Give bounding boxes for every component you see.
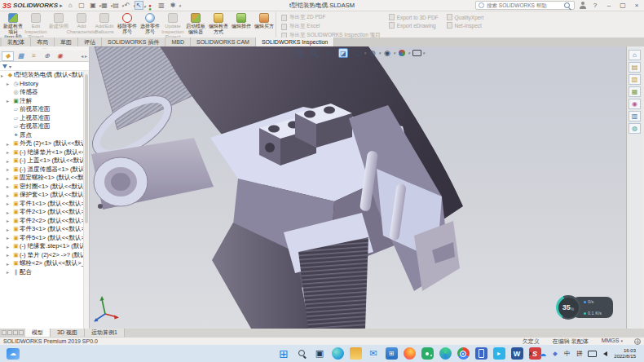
tree-item[interactable]: History — [0, 80, 89, 89]
heads-up-icon[interactable] — [368, 48, 377, 58]
panel-tab-icon[interactable] — [15, 51, 27, 61]
tree-item[interactable]: 螺栓<2> (默认<<默认>_显示状态 — [0, 259, 89, 268]
ribbon-button[interactable]: 编辑买方 — [253, 12, 276, 38]
3d-model[interactable] — [90, 46, 626, 329]
quick-access-icon[interactable] — [66, 1, 75, 10]
expand-arrow-icon[interactable] — [7, 158, 12, 164]
panel-tab-scroll-arrows[interactable]: ◂ ▸ — [81, 53, 87, 59]
tree-item[interactable]: 上视基准面 — [0, 114, 89, 123]
ribbon-button[interactable]: 编辑检查方式 — [207, 12, 230, 38]
graphics-viewport[interactable]: 0/s 0.1 K/s 35 % — [90, 46, 626, 329]
panel-scrollbar[interactable] — [83, 71, 89, 329]
search-input[interactable] — [487, 2, 561, 8]
status-item[interactable]: MMGS▾ — [602, 338, 623, 346]
export-button[interactable]: 导出至 2D PDF — [281, 14, 381, 21]
expand-arrow-icon[interactable] — [7, 98, 12, 104]
nav-square[interactable] — [13, 330, 18, 335]
taskbar-app-icon[interactable] — [386, 347, 398, 360]
panel-tab-icon[interactable] — [54, 51, 66, 61]
ribbon-button[interactable]: 编辑操作 — [230, 12, 253, 38]
heads-up-icon[interactable] — [324, 48, 333, 58]
view-tab-nav[interactable] — [0, 329, 25, 337]
tray-icon[interactable]: 拼 — [576, 350, 583, 358]
tree-item[interactable]: 零件1<1> (默认<<默认>_显示状态 — [0, 200, 89, 209]
tree-item[interactable]: 保护套<1> (默认<<默认>_显示状 — [0, 191, 89, 200]
minimize-button[interactable]: – — [604, 2, 614, 9]
ribbon-tab[interactable]: SOLIDWORKS CAM — [191, 38, 256, 46]
restore-button[interactable]: ▢ — [618, 2, 628, 9]
ribbon-button[interactable]: Add Characteristic — [70, 12, 93, 38]
tray-icon[interactable]: 中 — [563, 350, 571, 358]
task-pane-tab[interactable] — [629, 86, 641, 97]
nav-square[interactable] — [2, 330, 7, 335]
tree-item[interactable]: (-) 垫片 (2)<2> ->? (默认<<默认> — [0, 251, 89, 260]
taskbar-app-icon[interactable] — [314, 347, 326, 360]
help-button[interactable]: ? — [590, 2, 600, 9]
tree-item[interactable]: 零件3<1> (默认<<默认>_显示状态 — [0, 225, 89, 234]
task-pane-tab[interactable] — [629, 62, 641, 73]
status-item[interactable]: 在编辑 装配体 — [553, 338, 590, 346]
taskbar-app-icon[interactable] — [493, 347, 505, 360]
ribbon-button[interactable]: Add/Edit Balloons — [93, 12, 116, 38]
view-tab[interactable]: 运动算例1 — [85, 329, 125, 337]
search-scope-icon[interactable] — [479, 2, 484, 8]
ribbon-tab[interactable]: SOLIDWORKS 插件 — [102, 38, 165, 46]
taskbar-app-icon[interactable] — [350, 347, 362, 360]
ribbon-button[interactable]: 选择零件序号 — [139, 12, 161, 38]
model-thread-stem[interactable] — [212, 213, 373, 329]
expand-arrow-icon[interactable] — [7, 175, 12, 181]
taskbar-app-icon[interactable] — [421, 347, 434, 360]
ribbon-button[interactable]: Edit Inspection Project — [24, 12, 47, 38]
expand-arrow-icon[interactable] — [7, 149, 12, 155]
widgets-icon[interactable] — [7, 348, 20, 360]
view-tab[interactable]: 模型 — [25, 329, 51, 337]
tree-item[interactable]: t型铠装热电偶 (默认<默认_显示状态-1 — [0, 71, 89, 80]
model-side-tube[interactable] — [91, 138, 214, 210]
tree-item[interactable]: (-) 上盖<1> (默认<<默认>_显示状 — [0, 157, 89, 166]
taskbar-app-icon[interactable] — [368, 347, 380, 360]
taskbar-app-icon[interactable] — [332, 347, 344, 360]
tree-item[interactable]: (-) 温度传感器<1> (默认<<默认>_ — [0, 166, 89, 174]
expand-arrow-icon[interactable] — [7, 244, 12, 249]
tree-item[interactable]: 注解 — [0, 97, 89, 106]
taskbar-app-icon[interactable] — [296, 347, 308, 360]
taskbar-app-icon[interactable] — [278, 347, 290, 360]
tray-icon[interactable] — [588, 350, 597, 358]
taskbar-app-icon[interactable] — [475, 347, 487, 360]
quick-access-icon[interactable] — [169, 1, 178, 10]
export-button[interactable]: QualityXpert — [447, 14, 484, 20]
tray-icon[interactable] — [527, 350, 534, 358]
tree-item[interactable]: 配合 — [0, 268, 89, 277]
panel-tab-icon[interactable] — [28, 51, 40, 61]
taskbar-app-icon[interactable] — [404, 347, 416, 360]
tree-item[interactable]: 右视基准面 — [0, 122, 89, 131]
search-icon[interactable] — [563, 2, 571, 10]
task-pane-tab[interactable] — [629, 50, 641, 60]
quick-access-icon[interactable] — [89, 1, 98, 10]
expand-arrow-icon[interactable] — [7, 192, 12, 198]
expand-arrow-icon[interactable] — [7, 269, 12, 275]
tray-icon[interactable] — [602, 350, 609, 358]
taskbar-app-icon[interactable] — [439, 347, 452, 360]
zoom-indicator[interactable]: 0/s 0.1 K/s 35 % — [556, 295, 615, 320]
heads-up-icon[interactable] — [382, 48, 392, 58]
nav-square[interactable] — [7, 330, 12, 335]
ribbon-button[interactable]: 启动模板编辑器 — [184, 12, 207, 38]
tree-item[interactable]: 零件2<2> (默认<<默认>_显示状态 — [0, 217, 89, 226]
search-box[interactable] — [475, 1, 575, 10]
expand-arrow-icon[interactable] — [7, 201, 12, 206]
panel-scrollbar-thumb[interactable] — [85, 74, 88, 223]
expand-arrow-icon[interactable] — [7, 210, 12, 215]
expand-arrow-icon[interactable] — [7, 235, 12, 241]
clock[interactable]: 16:03 2022/8/15 — [614, 348, 641, 360]
panel-tab-icon[interactable] — [2, 51, 14, 61]
heads-up-icon[interactable] — [353, 48, 363, 58]
menu-flyout-icon[interactable]: ▸ — [60, 2, 63, 9]
tree-item[interactable]: 原点 — [0, 131, 89, 140]
task-pane-tab[interactable] — [629, 123, 641, 134]
quick-access-icon[interactable] — [77, 1, 86, 10]
expand-arrow-icon[interactable] — [1, 73, 7, 78]
tree-item[interactable]: 前视基准面 — [0, 105, 89, 114]
quick-access-icon[interactable] — [100, 1, 109, 10]
tree-item[interactable]: 密封圈<1> (默认<<默认>_显示状 — [0, 183, 89, 192]
